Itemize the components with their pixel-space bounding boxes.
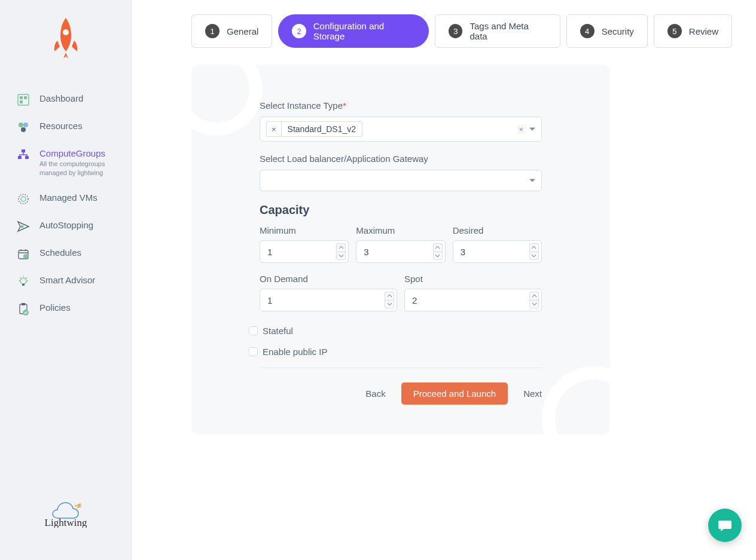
- svg-rect-8: [22, 149, 25, 152]
- desired-field[interactable]: [461, 247, 526, 257]
- chip-label: Standard_DS1_v2: [282, 122, 362, 136]
- sidebar-item-schedules[interactable]: Schedules: [17, 240, 121, 268]
- dashboard-icon: [17, 93, 30, 106]
- step-up-icon[interactable]: [385, 292, 394, 300]
- desired-input[interactable]: [453, 240, 542, 263]
- step-label: Security: [602, 26, 634, 36]
- clear-icon[interactable]: ×: [519, 125, 523, 134]
- sidebar-item-label: Smart Advisor: [39, 275, 95, 285]
- sidebar-item-label: Managed VMs: [39, 192, 97, 203]
- sidebar-item-policies[interactable]: Policies: [17, 295, 121, 323]
- step-number: 3: [449, 24, 462, 38]
- publicip-label: Enable public IP: [263, 347, 327, 357]
- chip-remove-icon[interactable]: ×: [267, 123, 282, 136]
- spot-label: Spot: [404, 274, 542, 284]
- lb-label: Select Load balancer/Application Gateway: [260, 154, 542, 164]
- step-down-icon[interactable]: [336, 252, 346, 261]
- chevron-down-icon[interactable]: [529, 179, 535, 182]
- step-review[interactable]: 5 Review: [654, 14, 732, 48]
- instance-type-select[interactable]: × Standard_DS1_v2 ×: [260, 117, 542, 142]
- lb-select[interactable]: [260, 170, 542, 191]
- sidebar-item-autostopping[interactable]: AutoStopping: [17, 213, 121, 240]
- sidebar-item-label: AutoStopping: [39, 220, 93, 230]
- sidebar-item-label: Policies: [39, 302, 71, 313]
- step-up-icon[interactable]: [529, 292, 539, 300]
- svg-rect-2: [20, 96, 23, 99]
- svg-rect-9: [18, 156, 22, 159]
- ondemand-field[interactable]: [267, 295, 381, 305]
- autostopping-icon: [17, 220, 30, 233]
- schedules-icon: [17, 247, 30, 261]
- svg-point-15: [23, 254, 28, 259]
- resources-icon: [17, 121, 30, 134]
- step-number: 4: [580, 24, 595, 38]
- minimum-label: Minimum: [260, 225, 349, 235]
- sidebar-item-managedvms[interactable]: Managed VMs: [17, 185, 121, 213]
- step-up-icon[interactable]: [336, 243, 346, 252]
- svg-text:Lightwing: Lightwing: [44, 517, 87, 528]
- svg-point-13: [21, 225, 24, 228]
- step-down-icon[interactable]: [385, 300, 394, 309]
- sidebar-item-desc: All the computegroups managed by lightwi…: [39, 160, 117, 178]
- minimum-input[interactable]: [260, 240, 349, 263]
- step-number: 2: [292, 24, 306, 38]
- smartadvisor-icon: [17, 275, 30, 288]
- policies-icon: [17, 302, 30, 316]
- instance-type-label: Select Instance Type*: [260, 100, 542, 111]
- sidebar-item-label: ComputeGroups: [39, 148, 117, 158]
- sidebar-nav: Dashboard Resources ComputeGroups All th…: [0, 86, 131, 486]
- step-up-icon[interactable]: [529, 243, 539, 252]
- maximum-label: Maximum: [356, 225, 445, 235]
- step-tags[interactable]: 3 Tags and Meta data: [435, 14, 560, 48]
- logo-rocket: [0, 18, 131, 62]
- publicip-checkbox[interactable]: [249, 347, 258, 356]
- step-label: Review: [689, 26, 718, 36]
- maximum-field[interactable]: [364, 247, 429, 257]
- ondemand-input[interactable]: [260, 289, 397, 311]
- svg-rect-17: [22, 284, 25, 286]
- svg-point-6: [23, 123, 28, 127]
- sidebar-item-dashboard[interactable]: Dashboard: [17, 86, 121, 114]
- stateful-checkbox[interactable]: [249, 326, 258, 335]
- step-down-icon[interactable]: [433, 252, 443, 261]
- maximum-input[interactable]: [356, 240, 445, 263]
- chat-launcher[interactable]: [708, 509, 742, 542]
- minimum-field[interactable]: [267, 247, 333, 257]
- spot-field[interactable]: [412, 295, 526, 305]
- svg-line-21: [20, 277, 21, 279]
- step-up-icon[interactable]: [433, 243, 443, 252]
- computegroups-icon: [17, 148, 30, 161]
- sidebar-item-label: Resources: [39, 121, 83, 131]
- main-content: 1 General 2 Configuration and Storage 3 …: [132, 0, 756, 560]
- brand-logo: Lightwing: [0, 486, 131, 542]
- sidebar: Dashboard Resources ComputeGroups All th…: [0, 0, 132, 560]
- svg-line-22: [26, 277, 28, 279]
- lightwing-logo-icon: Lightwing: [30, 498, 102, 528]
- config-form-card: Select Instance Type* × Standard_DS1_v2 …: [191, 65, 610, 434]
- chevron-down-icon[interactable]: [529, 128, 535, 131]
- divider: [260, 368, 542, 368]
- sidebar-item-computegroups[interactable]: ComputeGroups All the computegroups mana…: [17, 141, 121, 185]
- back-button[interactable]: Back: [365, 388, 385, 399]
- svg-point-7: [21, 127, 26, 132]
- step-configuration[interactable]: 2 Configuration and Storage: [278, 14, 429, 48]
- next-button[interactable]: Next: [523, 388, 542, 399]
- svg-rect-1: [18, 94, 29, 105]
- svg-point-5: [19, 123, 23, 127]
- step-down-icon[interactable]: [529, 252, 539, 261]
- step-down-icon[interactable]: [529, 300, 539, 309]
- sidebar-item-resources[interactable]: Resources: [17, 114, 121, 141]
- spot-input[interactable]: [404, 289, 542, 311]
- step-general[interactable]: 1 General: [191, 14, 272, 48]
- step-label: Tags and Meta data: [470, 21, 546, 41]
- sidebar-item-label: Schedules: [39, 247, 81, 258]
- step-security[interactable]: 4 Security: [566, 14, 648, 48]
- sidebar-item-label: Dashboard: [39, 93, 83, 103]
- managedvms-icon: [17, 192, 30, 206]
- stateful-label: Stateful: [263, 326, 293, 336]
- proceed-launch-button[interactable]: Proceed and Launch: [401, 382, 508, 405]
- chat-icon: [717, 517, 733, 534]
- ondemand-label: On Demand: [260, 274, 397, 284]
- sidebar-item-smartadvisor[interactable]: Smart Advisor: [17, 268, 121, 295]
- svg-point-11: [19, 194, 28, 204]
